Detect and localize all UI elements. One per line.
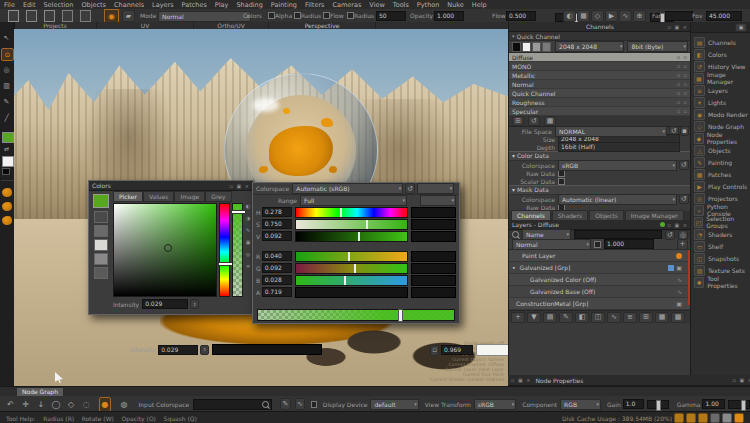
channel-row-roughness[interactable]: Roughness▫ ▫	[509, 98, 691, 107]
menu-filters[interactable]: Filters	[301, 1, 328, 9]
flow-checkbox[interactable]	[323, 12, 330, 19]
sidebar-item-snapshots[interactable]: ◫Snapshots	[691, 252, 750, 264]
channel-row-mono[interactable]: MONO▫ ▫	[509, 62, 691, 71]
channel-row-specular[interactable]: Specular▫ ▫	[509, 107, 691, 116]
scalar-data-checkbox[interactable]	[558, 178, 565, 185]
colors-panel-controls[interactable]: ▫ ▣ ×	[230, 183, 250, 189]
alpha-handle[interactable]	[231, 210, 246, 214]
gamma-field[interactable]: 1.00	[702, 399, 725, 409]
projection-icon[interactable]: ⊕	[633, 10, 646, 22]
curve-icon[interactable]: ∿	[295, 398, 305, 410]
select-tool-icon[interactable]: ↖	[1, 32, 12, 43]
v-slider[interactable]	[295, 231, 408, 242]
sidebar-item-channels[interactable]: ▤Channels	[691, 36, 750, 48]
s-numeric[interactable]	[411, 219, 456, 230]
mirror-icon[interactable]: ▦	[577, 10, 590, 22]
float-intensity-bar[interactable]	[212, 344, 322, 355]
layer-row-galvanized-base[interactable]: Galvanized Base (Off) ∿	[509, 286, 691, 298]
layer-row-constructionmetal[interactable]: ConstructionMetal [Grp] ▣	[509, 298, 691, 310]
sidebar-item-selection-groups[interactable]: ◰Selection Groups	[691, 216, 750, 228]
dock-tab-image-manager[interactable]: Image Manager	[625, 210, 684, 221]
swap-colors-icon[interactable]: ⇄	[1, 144, 12, 153]
menu-painting[interactable]: Painting	[267, 1, 301, 9]
slice-tool-icon[interactable]: ╱	[1, 112, 12, 123]
radius-checkbox[interactable]	[294, 12, 301, 19]
display-checkbox[interactable]	[311, 401, 317, 408]
tab-picker[interactable]: Picker	[113, 191, 143, 202]
alpha-slider[interactable]	[257, 309, 455, 321]
symmetry-icon[interactable]: ◐	[563, 10, 576, 22]
colors-panel-header[interactable]: Colors ▫ ▣ ×	[89, 181, 253, 191]
sidebar-item-play-controls[interactable]: ▶Play Controls	[691, 180, 750, 192]
a-field[interactable]: 0.719	[262, 287, 292, 297]
down-icon[interactable]: ↓	[36, 399, 45, 410]
float-alpha-field[interactable]: 0.969	[441, 345, 473, 355]
range-extra-dropdown[interactable]	[420, 195, 456, 206]
picker-side-tools[interactable]: ◐◑✎▣◎≡	[245, 203, 251, 295]
b-numeric[interactable]	[411, 275, 456, 286]
towers-tool-icon[interactable]: ▥	[1, 80, 12, 91]
layer-channel-icon[interactable]: ▤	[543, 312, 557, 323]
float-intensity-stepper[interactable]: ⇕	[200, 345, 209, 355]
colorspace-reset-icon[interactable]: ↺	[405, 183, 415, 194]
layer-row-galvanized-color[interactable]: Galvanized Color (Off) ∿	[509, 274, 691, 286]
b-field[interactable]: 0.028	[262, 275, 292, 285]
sidebar-item-painting[interactable]: ✎Painting	[691, 156, 750, 168]
pan-icon[interactable]: ✛	[21, 399, 30, 410]
channel-depth-dropdown[interactable]: 8bit (Byte)	[627, 41, 688, 52]
channel-row-metallic[interactable]: Metallic▫ ▫	[509, 71, 691, 80]
layer-copy-icon[interactable]: ◫	[591, 312, 605, 323]
swatch-1[interactable]	[94, 211, 108, 223]
sidebar-item-colors[interactable]: ◧Colors	[691, 48, 750, 60]
background-color-swatch[interactable]	[2, 156, 14, 167]
colorspace-prop-dropdown[interactable]: sRGB	[558, 160, 677, 171]
add-layer-icon[interactable]: +	[677, 239, 688, 250]
channel-row-normal[interactable]: Normal▫ ▫	[509, 80, 691, 89]
h-field[interactable]: 0.278	[262, 207, 292, 217]
globe-icon[interactable]: ◍	[119, 399, 128, 410]
menu-help[interactable]: Help	[468, 1, 491, 9]
flow-field[interactable]: 0.500	[506, 11, 536, 21]
node-properties-controls-left[interactable]: ▫ ▣ ×	[511, 377, 531, 383]
layer-delete-icon[interactable]: ▩	[671, 312, 685, 323]
channel-row-diffuse[interactable]: Diffuse▫ ▫	[509, 53, 691, 62]
swatch-white[interactable]	[522, 42, 531, 52]
active-color-swatch[interactable]	[93, 194, 109, 208]
sync-channel-icon[interactable]: ↺	[528, 116, 540, 126]
menu-cameras[interactable]: Cameras	[328, 1, 365, 9]
radius2-checkbox[interactable]	[347, 12, 354, 19]
dock-tab-objects[interactable]: Objects	[589, 210, 624, 221]
opacity-field[interactable]: 1.000	[434, 11, 464, 21]
layer-down-icon[interactable]: ▼	[527, 312, 541, 323]
hue-handle[interactable]	[218, 262, 233, 266]
layer-opacity-field[interactable]: 1.000	[604, 239, 654, 249]
quick-channel-row[interactable]: ▾ Quick Channel	[509, 32, 691, 41]
g-field[interactable]: 0.092	[262, 263, 292, 273]
channel-row-quick[interactable]: Quick Channel▫ ▫	[509, 89, 691, 98]
mini-black-swatch[interactable]	[2, 168, 10, 175]
eyedropper-tool-icon[interactable]: ✎	[1, 96, 12, 107]
layer-curve-icon[interactable]: ∿	[607, 312, 621, 323]
fov-field[interactable]: 45.000	[706, 11, 742, 21]
far-field[interactable]	[665, 11, 693, 21]
sidebar-item-objects[interactable]: △Objects	[691, 144, 750, 156]
mask-colorspace-dropdown[interactable]: Automatic (linear)	[558, 194, 677, 205]
radius-field[interactable]: 50	[376, 11, 406, 21]
menu-file[interactable]: File	[0, 1, 19, 9]
rotate-icon[interactable]: ◯	[51, 399, 60, 410]
float-intensity-field[interactable]: 0.029	[158, 345, 198, 355]
layer-row-paint[interactable]: Paint Layer	[509, 250, 691, 262]
swatch-3[interactable]	[94, 239, 108, 251]
menu-nuke[interactable]: Nuke	[443, 1, 468, 9]
channels-panel-header[interactable]: Channels ▫ ▣ ×	[509, 22, 691, 32]
paint-target-icon[interactable]: ◉	[104, 9, 119, 23]
paint-tool-icon[interactable]: ⊙	[1, 48, 14, 61]
falloff-icon[interactable]: ∿	[619, 10, 632, 22]
file-space-btn2[interactable]: ▪	[680, 126, 689, 136]
sidebar-item-shelf[interactable]: ▭Shelf	[691, 240, 750, 252]
b-slider[interactable]	[295, 275, 408, 286]
tab-perspective[interactable]: Perspective	[269, 22, 376, 29]
swatch-gray1[interactable]	[532, 42, 541, 52]
foreground-color-swatch[interactable]	[2, 132, 14, 143]
node-properties-controls-right[interactable]: ▫ ▣ ×	[733, 377, 750, 383]
